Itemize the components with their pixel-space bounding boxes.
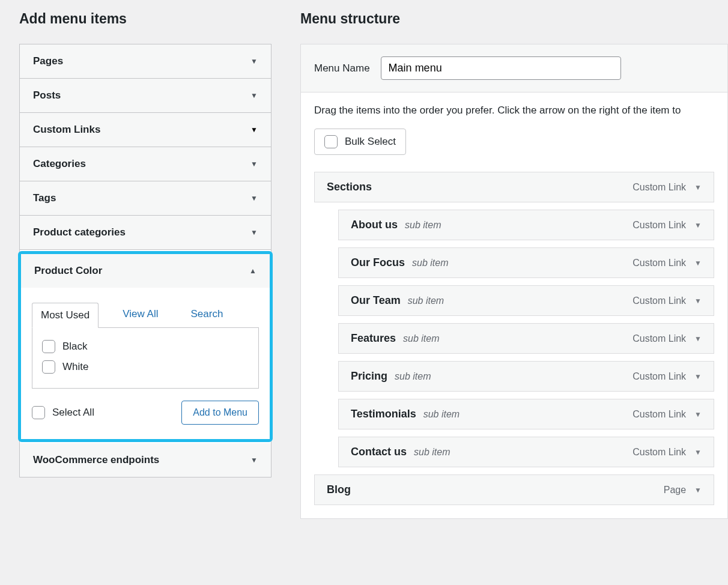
menu-tree: SectionsCustom Link▼About ussub itemCust… — [314, 172, 714, 518]
checkbox-black[interactable] — [42, 340, 55, 353]
menu-item-type: Custom Link — [632, 220, 686, 231]
menu-item-title: Pricing — [351, 370, 387, 383]
panel-pages[interactable]: Pages ▼ — [20, 44, 271, 78]
tab-search[interactable]: Search — [182, 302, 231, 327]
menu-item-title: Contact us — [351, 446, 407, 458]
panel-categories[interactable]: Categories ▼ — [20, 147, 271, 181]
chevron-down-icon[interactable]: ▼ — [694, 183, 702, 192]
bulk-select-label: Bulk Select — [345, 136, 396, 148]
chevron-down-icon[interactable]: ▼ — [694, 486, 702, 494]
panel-product-categories[interactable]: Product categories ▼ — [20, 216, 271, 249]
select-all-label: Select All — [52, 407, 94, 419]
menu-item[interactable]: SectionsCustom Link▼ — [314, 172, 714, 202]
menu-item-title: Sections — [327, 181, 372, 193]
menu-item[interactable]: Pricingsub itemCustom Link▼ — [338, 361, 714, 392]
menu-item-type: Custom Link — [632, 258, 686, 268]
chevron-down-icon[interactable]: ▼ — [694, 297, 702, 305]
tab-row: Most Used View All Search — [32, 302, 259, 327]
menu-item-title: Features — [351, 332, 396, 345]
sub-item-label: sub item — [423, 409, 460, 420]
panel-label: Categories — [33, 158, 86, 170]
panel-label: Product Color — [34, 265, 102, 277]
panel-tags[interactable]: Tags ▼ — [20, 181, 271, 215]
panel-product-color[interactable]: Product Color ▲ — [21, 254, 270, 288]
checkbox-white[interactable] — [42, 360, 55, 374]
chevron-down-icon[interactable]: ▼ — [694, 448, 702, 456]
panel-posts[interactable]: Posts ▼ — [20, 79, 271, 112]
menu-item-type: Custom Link — [632, 409, 686, 420]
menu-name-label: Menu Name — [314, 62, 370, 74]
menu-item[interactable]: BlogPage▼ — [314, 474, 714, 505]
panel-label: Custom Links — [33, 124, 100, 136]
panel-custom-links[interactable]: Custom Links ▼ — [20, 113, 271, 147]
chevron-down-icon[interactable]: ▼ — [694, 372, 702, 381]
chevron-down-icon: ▼ — [250, 91, 258, 100]
chevron-down-icon: ▼ — [250, 160, 258, 168]
tab-most-used[interactable]: Most Used — [32, 303, 99, 328]
option-label: White — [62, 361, 88, 373]
menu-item-title: Blog — [327, 483, 351, 496]
menu-item[interactable]: Our Teamsub itemCustom Link▼ — [338, 285, 714, 316]
menu-item-title: Our Team — [351, 294, 401, 307]
sub-item-label: sub item — [408, 296, 444, 306]
menu-item-type: Page — [664, 485, 686, 496]
checkbox-select-all[interactable] — [32, 406, 45, 419]
bulk-select-button[interactable]: Bulk Select — [314, 129, 406, 155]
chevron-down-icon: ▼ — [250, 456, 258, 464]
menu-name-bar: Menu Name — [300, 44, 728, 92]
tab-content: Black White — [32, 327, 259, 389]
panel-label: Product categories — [33, 226, 126, 238]
help-text: Drag the items into the order you prefer… — [314, 105, 714, 117]
chevron-up-icon: ▲ — [249, 267, 256, 275]
menu-item[interactable]: Testimonialssub itemCustom Link▼ — [338, 399, 714, 429]
menu-item-type: Custom Link — [632, 182, 686, 193]
menu-item[interactable]: Contact ussub itemCustom Link▼ — [338, 437, 714, 467]
panel-label: Tags — [33, 192, 56, 204]
chevron-down-icon[interactable]: ▼ — [694, 410, 702, 419]
sub-item-label: sub item — [412, 258, 448, 268]
chevron-down-icon[interactable]: ▼ — [694, 259, 702, 267]
menu-item-title: Testimonials — [351, 408, 416, 420]
checkbox-bulk-select[interactable] — [324, 135, 338, 148]
menu-item-title: About us — [351, 219, 398, 231]
accordion: Pages ▼ Posts ▼ Custom Links ▼ Categorie… — [19, 44, 271, 477]
sub-item-label: sub item — [395, 371, 431, 382]
panel-label: Pages — [33, 55, 63, 67]
add-to-menu-button[interactable]: Add to Menu — [181, 401, 259, 425]
panel-woocommerce-endpoints[interactable]: WooCommerce endpoints ▼ — [20, 443, 271, 477]
add-menu-items-title: Add menu items — [19, 11, 271, 27]
panel-product-color-body: Most Used View All Search Black White — [21, 288, 270, 439]
chevron-down-icon: ▼ — [250, 126, 258, 134]
menu-item-type: Custom Link — [632, 333, 686, 344]
menu-item-title: Our Focus — [351, 256, 405, 269]
menu-item[interactable]: Featuressub itemCustom Link▼ — [338, 323, 714, 354]
tab-view-all[interactable]: View All — [114, 302, 166, 327]
chevron-down-icon[interactable]: ▼ — [694, 335, 702, 343]
menu-item[interactable]: Our Focussub itemCustom Link▼ — [338, 247, 714, 278]
sub-item-label: sub item — [414, 447, 450, 458]
menu-item-type: Custom Link — [632, 296, 686, 306]
panel-label: WooCommerce endpoints — [33, 454, 159, 466]
menu-item-type: Custom Link — [632, 371, 686, 382]
option-label: Black — [62, 341, 88, 353]
chevron-down-icon: ▼ — [250, 194, 258, 202]
chevron-down-icon[interactable]: ▼ — [694, 221, 702, 229]
menu-body: Drag the items into the order you prefer… — [300, 92, 728, 519]
menu-item[interactable]: About ussub itemCustom Link▼ — [338, 210, 714, 240]
sub-item-label: sub item — [403, 333, 439, 344]
menu-name-input[interactable] — [381, 56, 621, 80]
chevron-down-icon: ▼ — [250, 228, 258, 237]
chevron-down-icon: ▼ — [250, 57, 258, 65]
panel-label: Posts — [33, 89, 61, 102]
sub-item-label: sub item — [405, 220, 441, 231]
menu-item-type: Custom Link — [632, 447, 686, 458]
menu-structure-title: Menu structure — [300, 11, 728, 27]
